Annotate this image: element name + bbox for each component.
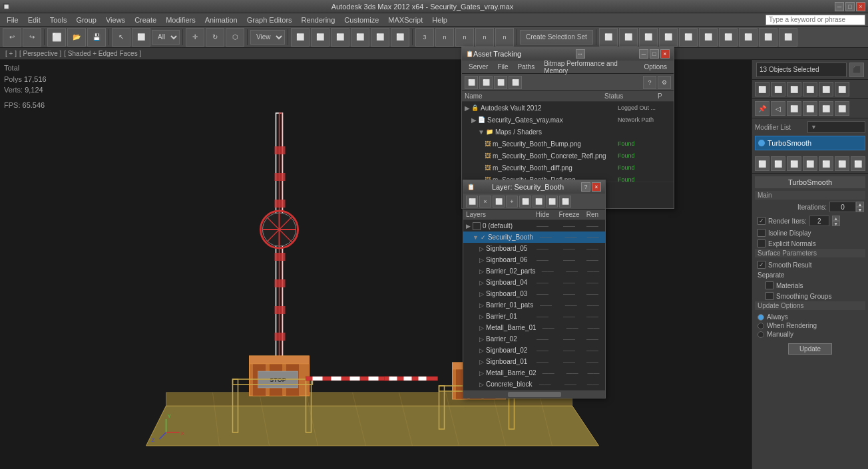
- at-tb-btn4[interactable]: ⬜: [509, 76, 522, 89]
- at-menu-options[interactable]: Options: [640, 62, 671, 72]
- at-tb-btn2[interactable]: ⬜: [479, 76, 493, 89]
- layer-scroll-thumb[interactable]: [508, 392, 561, 397]
- render-iters-value[interactable]: 2: [809, 216, 829, 226]
- tb-extra8[interactable]: ⬜: [739, 28, 758, 47]
- at-row-maps[interactable]: ▼ 📁 Maps / Shaders: [462, 126, 674, 138]
- layer-row-barrier01pats[interactable]: ▷ Barrier_01_pats —— —— ——: [463, 299, 605, 311]
- layer-row-signboard03[interactable]: ▷ Signboard_03 —— —— ——: [463, 288, 605, 299]
- save-button[interactable]: 💾: [87, 28, 106, 47]
- scale-button[interactable]: ⬡: [226, 28, 244, 47]
- layer-tb-btn4[interactable]: +: [506, 196, 518, 208]
- layer-tb-btn8[interactable]: ⬜: [559, 196, 571, 208]
- display-icon[interactable]: ⬜: [819, 82, 833, 96]
- layer-active-default[interactable]: [473, 222, 481, 230]
- tb-btn2[interactable]: ⬜: [311, 28, 329, 47]
- tb-num4[interactable]: n: [475, 28, 494, 47]
- search-input[interactable]: [765, 15, 865, 25]
- menu-maxscript[interactable]: MAXScript: [384, 15, 427, 25]
- tb-num2[interactable]: n: [435, 28, 454, 47]
- layer-scrollbar[interactable]: [463, 390, 605, 398]
- viewport-shading[interactable]: [ Shaded + Edged Faces ]: [64, 50, 141, 57]
- layer-row-signboard06[interactable]: ▷ Signboard_06 —— —— ——: [463, 254, 605, 265]
- nav-icon2[interactable]: ⬜: [787, 101, 801, 116]
- utilities-icon[interactable]: ⬜: [835, 82, 849, 96]
- layer-row-barrier01[interactable]: ▷ Barrier_01 —— —— ——: [463, 311, 605, 322]
- motion-icon[interactable]: ⬜: [803, 82, 817, 96]
- tb-btn3[interactable]: ⬜: [331, 28, 349, 47]
- open-button[interactable]: 📂: [67, 28, 86, 47]
- at-maximize[interactable]: □: [650, 49, 659, 59]
- viewport-perspective[interactable]: [ Perspective ]: [19, 50, 61, 57]
- tb-btn6[interactable]: ⬜: [391, 28, 409, 47]
- tb-extra4[interactable]: ⬜: [659, 28, 678, 47]
- rotate-button[interactable]: ↻: [206, 28, 224, 47]
- at-dialog-controls[interactable]: ─ □ ×: [639, 49, 670, 59]
- layer-help[interactable]: ?: [581, 182, 590, 192]
- at-row-maxfile[interactable]: ▶ 📄 Security_Gates_vray.max Network Path: [462, 114, 674, 126]
- at-tb-btn5[interactable]: ?: [643, 76, 656, 89]
- explicit-normals-checkbox[interactable]: [758, 239, 765, 247]
- layer-tb-btn5[interactable]: ⬜: [519, 196, 531, 208]
- at-btn1[interactable]: ↔: [576, 49, 585, 59]
- modifier-icon1[interactable]: ⬜: [755, 156, 769, 171]
- rp-icon1[interactable]: ⬛: [849, 63, 864, 77]
- at-tb-btn3[interactable]: ⬜: [494, 76, 507, 89]
- create-selection-button[interactable]: Create Selection Set: [520, 30, 593, 45]
- iterations-up[interactable]: ▲: [856, 202, 864, 207]
- layer-tb-btn3[interactable]: ⬜: [493, 196, 505, 208]
- layer-row-metall02[interactable]: ▷ Metall_Barrie_02 —— —— ——: [463, 367, 605, 379]
- at-row-concrete[interactable]: 🖼 m_Security_Booth_Concrete_Refl.png Fou…: [462, 150, 674, 162]
- smoothing-groups-checkbox[interactable]: [765, 292, 773, 300]
- nav-icon4[interactable]: ⬜: [819, 101, 833, 116]
- layer-row-security-booth[interactable]: ▼ ✓ Security_Booth —— —— ——: [463, 232, 605, 243]
- at-minimize[interactable]: ─: [639, 49, 648, 59]
- modifier-icon2[interactable]: ⬜: [771, 156, 785, 171]
- at-close[interactable]: ×: [660, 49, 670, 59]
- menu-rendering[interactable]: Rendering: [298, 15, 339, 25]
- minimize-button[interactable]: ─: [835, 2, 844, 11]
- tb-btn1[interactable]: ⬜: [291, 28, 310, 47]
- pin-icon[interactable]: 📌: [755, 101, 769, 116]
- at-menu-server[interactable]: Server: [465, 62, 492, 72]
- iterations-spinner[interactable]: ▲ ▼: [856, 202, 864, 212]
- update-button[interactable]: Update: [788, 343, 832, 355]
- at-row-diff[interactable]: 🖼 m_Security_Booth_diff.png Found: [462, 162, 674, 174]
- modifier-list-dropdown[interactable]: ▼: [807, 121, 865, 133]
- menu-graph-editors[interactable]: Graph Editors: [243, 15, 296, 25]
- layer-tb-btn1[interactable]: ⬜: [466, 196, 478, 208]
- tb-btn5[interactable]: ⬜: [371, 28, 389, 47]
- layer-row-default[interactable]: ▶ 0 (default) —— —— ——: [463, 220, 605, 232]
- reference-coord-dropdown[interactable]: View: [250, 30, 285, 45]
- select-by-name-button[interactable]: ⬜: [132, 28, 150, 47]
- nav-icon5[interactable]: ⬜: [835, 101, 849, 116]
- render-iters-up[interactable]: ▲: [832, 216, 840, 221]
- render-iters-down[interactable]: ▼: [832, 221, 840, 226]
- layer-row-signboard02[interactable]: ▷ Signboard_02 —— —— ——: [463, 345, 605, 356]
- menu-help[interactable]: Help: [428, 15, 451, 25]
- tb-extra7[interactable]: ⬜: [719, 28, 738, 47]
- layer-close[interactable]: ×: [592, 182, 601, 192]
- modifier-icon7[interactable]: ⬜: [851, 156, 865, 171]
- modify-icon[interactable]: ⬜: [771, 82, 785, 96]
- at-tb-btn1[interactable]: ⬜: [465, 76, 478, 89]
- when-rendering-radio[interactable]: [758, 323, 764, 329]
- materials-checkbox[interactable]: [765, 281, 773, 289]
- menu-customize[interactable]: Customize: [340, 15, 383, 25]
- menu-group[interactable]: Group: [72, 15, 101, 25]
- hierarchy-icon[interactable]: ⬜: [787, 82, 801, 96]
- at-menu-paths[interactable]: Paths: [514, 62, 539, 72]
- close-button[interactable]: ×: [856, 2, 865, 11]
- at-menu-bitmap[interactable]: Bitmap Performance and Memory: [540, 59, 638, 76]
- smooth-result-checkbox[interactable]: [758, 261, 765, 269]
- layer-tb-btn2[interactable]: ×: [479, 196, 491, 208]
- nav-icon3[interactable]: ⬜: [803, 101, 817, 116]
- render-iters-spinner[interactable]: ▲ ▼: [832, 216, 840, 226]
- tb-num3[interactable]: n: [455, 28, 474, 47]
- tb-num1[interactable]: 3: [415, 28, 434, 47]
- isoline-checkbox[interactable]: [758, 229, 765, 237]
- tb-extra3[interactable]: ⬜: [639, 28, 658, 47]
- layer-row-barrier02[interactable]: ▷ Barrier_02 —— —— ——: [463, 333, 605, 345]
- manually-radio[interactable]: [758, 331, 764, 338]
- layer-tb-btn6[interactable]: ⬜: [533, 196, 544, 208]
- tb-extra10[interactable]: ⬜: [779, 28, 797, 47]
